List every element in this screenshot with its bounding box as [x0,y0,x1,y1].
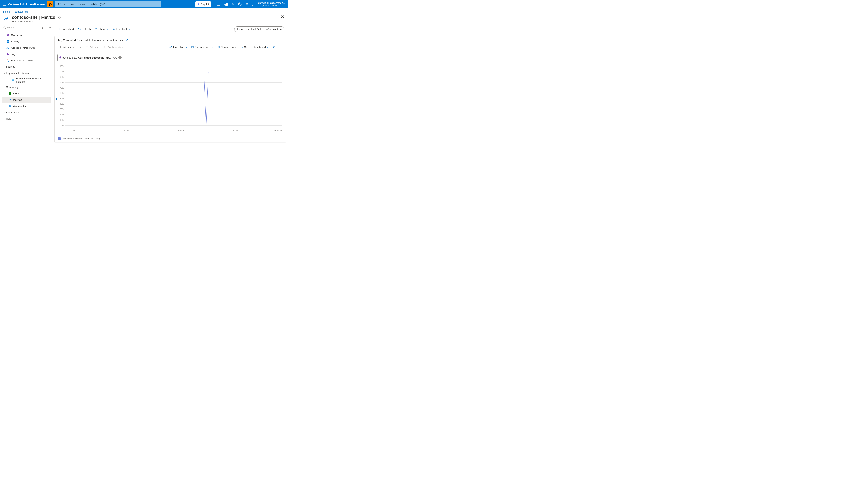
cloud-shell-icon[interactable] [215,3,222,5]
svg-point-13 [8,47,9,48]
user-email: chrisqpublic@contoso.c… [252,2,286,4]
drill-logs-button[interactable]: Drill into Logs⌄ [189,45,215,49]
apply-splitting-button: Apply splitting [102,45,125,49]
x-tick-label: Wed 15 [178,130,184,132]
svg-point-1 [57,3,59,5]
portal-header: Contoso, Ltd. Azure (Preview) ✦ Copilot … [0,0,288,8]
save-dashboard-button[interactable]: Save to dashboard⌄ [239,45,270,49]
time-range-button[interactable]: Local Time: Last 24 hours (15 minutes) [234,26,284,32]
y-tick-label: 50% [57,97,64,100]
copilot-button[interactable]: ✦ Copilot [195,1,211,7]
sidebar-group-help[interactable]: ›Help [2,116,51,122]
add-filter-button: Add filter [84,45,101,49]
resource-icon [3,15,10,22]
sidebar-item-activity-log[interactable]: Activity log [2,38,51,45]
edit-title-icon[interactable] [125,39,128,41]
svg-rect-30 [241,47,243,48]
sidebar-search[interactable] [2,25,39,30]
menu-icon[interactable] [0,3,8,5]
copilot-label: Copilot [201,3,209,5]
search-input[interactable] [59,3,160,6]
command-bar: ＋New chart Refresh Share⌄ Feedback⌄ Loca… [55,25,286,33]
close-icon[interactable] [281,15,284,18]
sidebar: ⇅ « Overview Activity log Access control… [0,25,53,159]
search-input-wrap[interactable] [55,1,161,7]
sidebar-item-iam[interactable]: Access control (IAM) [2,45,51,51]
svg-point-17 [7,59,8,60]
new-alert-button[interactable]: New alert rule [215,45,238,49]
svg-point-3 [232,4,234,5]
chart-settings-icon[interactable] [271,45,277,49]
y-tick-label: 0% [57,124,64,127]
metrics-chart-card: Avg Correlated Successful Handovers for … [55,36,286,142]
sidebar-search-input[interactable] [6,26,38,29]
search-icon [57,3,59,5]
y-tick-label: 90% [57,76,64,78]
notifications-icon[interactable]: 1 [222,2,229,6]
chart: ‹ › 110%100%90%80%70%60%50%40%30%20%10%0… [55,63,286,134]
feedback-icon[interactable] [243,2,251,6]
sort-icon[interactable]: ⇅ [41,26,43,29]
blade-header: contoso-site | Metrics Mobile Network Si… [0,14,288,25]
help-icon[interactable] [236,2,243,6]
svg-point-9 [4,27,5,28]
crumb-home[interactable]: Home [3,10,10,13]
y-tick-label: 60% [57,92,64,94]
svg-point-21 [113,28,115,30]
portal-title[interactable]: Contoso, Ltd. Azure (Preview) [8,3,48,6]
y-tick-label: 40% [57,103,64,105]
user-tenant: CONTOSO, LTD. (CONTOSO, LTD.… [252,4,286,7]
svg-point-8 [7,17,7,17]
sidebar-group-physical[interactable]: ⌄Physical infrastructure [2,70,51,76]
crumb-current[interactable]: contoso-site [14,10,28,13]
sidebar-group-settings[interactable]: ›Settings [2,64,51,70]
add-metric-chevron[interactable]: ⌄ [77,46,83,48]
pin-icon [59,56,61,59]
favorite-icon[interactable]: ☆ [58,15,61,20]
sidebar-item-alerts[interactable]: Alerts [2,91,51,97]
svg-point-12 [7,47,8,48]
feedback-button[interactable]: Feedback⌄ [111,26,132,32]
sidebar-item-resource-visualizer[interactable]: Resource visualizer [2,57,51,64]
svg-point-26 [104,47,105,48]
svg-rect-20 [9,105,11,107]
chart-legend: Correlated Successful Handovers (Avg), [55,134,286,142]
svg-rect-18 [12,79,14,82]
new-chart-button[interactable]: ＋New chart [56,26,76,32]
sidebar-item-workbooks[interactable]: Workbooks [2,103,51,109]
bug-icon[interactable] [48,1,53,7]
legend-swatch [58,137,61,140]
sidebar-item-ran-insights[interactable]: Radio access network insights [2,76,51,84]
y-tick-label: 20% [57,114,64,116]
svg-point-16 [8,61,9,62]
sidebar-item-tags[interactable]: Tags [2,51,51,57]
sidebar-group-automation[interactable]: ›Automation [2,109,51,116]
y-tick-label: 10% [57,119,64,121]
refresh-button[interactable]: Refresh [76,26,93,32]
svg-point-10 [7,34,8,35]
svg-point-31 [273,46,274,47]
metric-chip[interactable]: contoso-site, Correlated Successful Ha… … [57,54,123,61]
svg-point-22 [113,29,114,29]
svg-point-25 [106,46,106,46]
sidebar-group-monitoring[interactable]: ⌄Monitoring [2,84,51,91]
user-account[interactable]: chrisqpublic@contoso.c… CONTOSO, LTD. (C… [251,2,288,7]
sidebar-item-overview[interactable]: Overview [2,32,51,38]
chart-line [64,65,282,128]
sidebar-item-metrics[interactable]: Metrics [2,97,51,103]
y-tick-label: 80% [57,81,64,84]
more-icon[interactable]: ⋯ [277,45,284,49]
chart-next-icon[interactable]: › [282,96,286,101]
add-metric-button[interactable]: ＋Add metric ⌄ [57,44,83,50]
notif-count: 1 [225,3,228,6]
y-tick-label: 70% [57,87,64,89]
chevron-right-icon: › [11,10,14,13]
collapse-icon[interactable]: « [49,26,51,29]
svg-point-0 [50,4,51,5]
svg-point-4 [238,3,242,6]
remove-metric-icon[interactable]: ✕ [118,56,122,59]
share-button[interactable]: Share⌄ [93,26,111,32]
more-icon[interactable]: ⋯ [64,17,67,19]
settings-icon[interactable] [229,2,236,6]
chart-type-button[interactable]: Line chart⌄ [167,45,189,49]
